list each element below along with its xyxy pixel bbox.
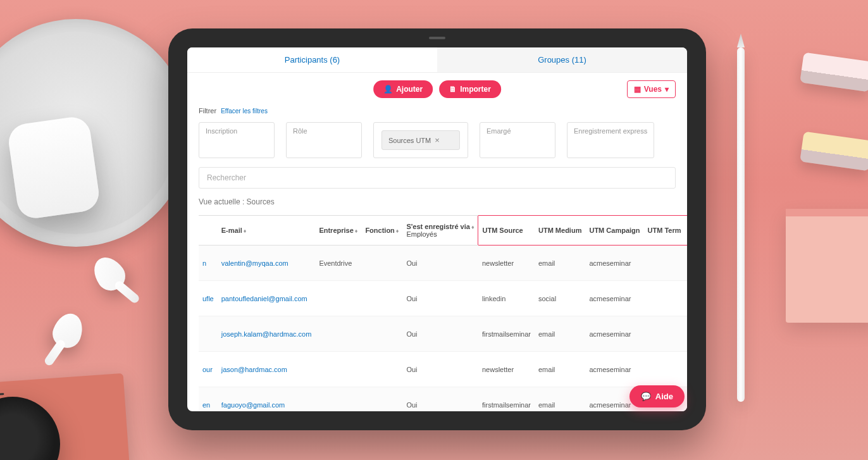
col-fonction[interactable]: Fonction♦ [361,216,402,246]
cell-email: faguoyo@gmail.com [218,387,316,412]
email-link[interactable]: pantoufledaniel@gmail.com [221,295,307,302]
cell-utm-campaign: acmeseminar [585,246,643,281]
cell-email: pantoufledaniel@gmail.com [218,281,316,316]
toolbar: 👤 Ajouter 🗎 Importer ▦ Vues ▾ [187,73,687,106]
cell-utm-medium: email [535,246,585,281]
close-icon[interactable]: × [435,135,440,145]
help-button[interactable]: 💬 Aide [629,385,685,407]
eraser-yellow [800,132,868,171]
sort-icon: ♦ [355,228,358,234]
eraser-pink [800,53,868,92]
participants-table: E-mail♦ Entreprise♦ Fonction♦ S'est enre… [199,215,687,411]
sort-icon: ♦ [244,228,247,234]
current-view-prefix: Vue actuelle : [199,197,247,206]
col-utm-content[interactable]: UTM Content [685,216,687,246]
add-button[interactable]: 👤 Ajouter [373,80,433,98]
table-row[interactable]: uflepantoufledaniel@gmail.comOuilinkedin… [199,281,687,316]
cell-utm-medium: email [535,352,585,387]
cell-utm-content [685,246,687,281]
chip-inscription[interactable]: Inscription [199,122,275,158]
col-registered-via[interactable]: S'est enregistré via♦Employés [402,216,478,246]
chip-express[interactable]: Enregistrement express [567,122,654,158]
cell-entreprise [315,352,361,387]
cell-fonction [361,246,402,281]
current-view-name: Sources [247,197,275,206]
cell-utm-source: newsletter [478,246,535,281]
cell-utm-term [644,281,685,316]
row-prefix [199,316,218,352]
cell-entreprise [315,316,361,352]
cell-utm-medium: email [535,316,585,352]
airpods-case [6,115,101,221]
col-entreprise[interactable]: Entreprise♦ [315,216,361,246]
cell-utm-term [644,246,685,281]
app-screen: Participants (6) Groupes (11) 👤 Ajouter … [187,47,687,411]
airpod-right [49,309,87,352]
tab-participants[interactable]: Participants (6) [187,47,437,72]
cell-utm-campaign: acmeseminar [585,281,643,316]
tab-groups[interactable]: Groupes (11) [437,47,687,72]
cell-via: Oui [402,316,478,352]
cell-utm-source: firstmailseminar [478,316,535,352]
cell-fonction [361,316,402,352]
cell-utm-campaign: acmeseminar [585,352,643,387]
add-button-label: Ajouter [396,85,423,94]
email-link[interactable]: valentin@myqaa.com [221,259,288,267]
search-input[interactable]: Rechercher [199,167,676,189]
cell-via: Oui [402,387,478,412]
cell-entreprise [315,387,361,412]
cell-utm-medium: social [535,281,585,316]
cell-via: Oui [402,352,478,387]
cell-fonction [361,281,402,316]
grid-icon: ▦ [634,85,641,94]
stylus [737,47,745,402]
tabs: Participants (6) Groupes (11) [187,47,687,73]
email-link[interactable]: faguoyo@gmail.com [221,401,285,409]
col-email[interactable]: E-mail♦ [218,216,316,246]
filter-chips: Inscription Rôle Sources UTM × Emargé En… [187,120,687,165]
file-icon: 🗎 [449,85,457,94]
cell-utm-source: newsletter [478,352,535,387]
cell-utm-content: redbutton [685,316,687,352]
cell-utm-source: linkedin [478,281,535,316]
cell-utm-term [644,352,685,387]
import-button[interactable]: 🗎 Importer [439,80,501,98]
table-row[interactable]: enfaguoyo@gmail.comOuifirstmailseminarem… [199,387,687,412]
email-link[interactable]: joseph.kalam@hardmac.com [221,330,312,338]
cell-utm-source: firstmailseminar [478,387,535,412]
sticky-notes [786,209,868,323]
cell-utm-content: redbutton [685,387,687,412]
cell-utm-campaign: acmeseminar [585,316,643,352]
chip-emarge[interactable]: Emargé [480,122,555,158]
table-row[interactable]: joseph.kalam@hardmac.comOuifirstmailsemi… [199,316,687,352]
col-utm-source[interactable]: UTM Source [478,216,535,246]
table-row[interactable]: ourjason@hardmac.comOuinewsletteremailac… [199,352,687,387]
current-view: Vue actuelle : Sources [187,191,687,215]
table-row[interactable]: nvalentin@myqaa.comEventdriveOuinewslett… [199,246,687,281]
chip-role[interactable]: Rôle [286,122,362,158]
email-link[interactable]: jason@hardmac.com [221,366,287,373]
cell-via: Oui [402,281,478,316]
row-prefix: ufle [199,281,218,316]
cell-entreprise: Eventdrive [315,246,361,281]
cell-email: valentin@myqaa.com [218,246,316,281]
chip-sources-utm[interactable]: Sources UTM × [381,130,460,150]
row-prefix: en [199,387,218,412]
tablet-speaker [429,37,445,39]
col-utm-medium[interactable]: UTM Medium [535,216,585,246]
user-plus-icon: 👤 [383,85,393,94]
chat-icon: 💬 [641,392,651,401]
views-button[interactable]: ▦ Vues ▾ [627,80,676,98]
row-prefix: our [199,352,218,387]
clear-filters-link[interactable]: Effacer les filtres [221,108,268,115]
table-wrap[interactable]: E-mail♦ Entreprise♦ Fonction♦ S'est enre… [187,215,687,411]
col-utm-campaign[interactable]: UTM Campaign [585,216,643,246]
cell-email: joseph.kalam@hardmac.com [218,316,316,352]
tablet-frame: Participants (6) Groupes (11) 👤 Ajouter … [168,28,706,430]
cell-utm-content [685,352,687,387]
cell-via: Oui [402,246,478,281]
cell-utm-content: firstpost [685,281,687,316]
col-utm-term[interactable]: UTM Term [644,216,685,246]
airpod-left [87,251,130,296]
chip-sources-utm-label: Sources UTM [388,137,431,144]
